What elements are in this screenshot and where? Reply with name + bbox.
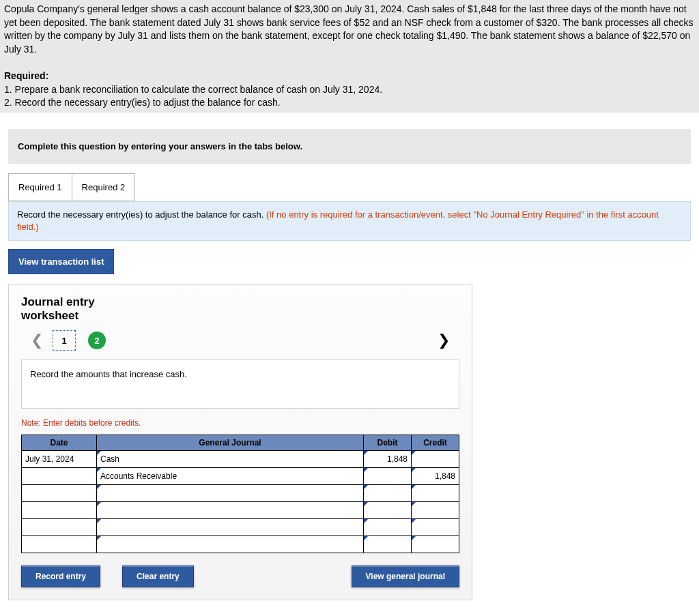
table-row [22,519,459,536]
chevron-right-icon[interactable]: ❯ [428,332,459,349]
journal-entry-worksheet: Journal entry worksheet ❮ 1 2 ❯ Record t… [8,284,472,600]
debit-cell[interactable] [364,519,412,536]
date-cell[interactable] [22,485,97,502]
debit-cell[interactable]: 1,848 [364,451,412,468]
credit-cell[interactable] [412,502,459,519]
col-date: Date [22,435,97,451]
clear-entry-button[interactable]: Clear entry [122,566,194,587]
tab-required-2[interactable]: Required 2 [72,173,136,201]
page-1[interactable]: 1 [53,330,76,351]
page-2[interactable]: 2 [88,332,106,349]
date-cell[interactable] [22,502,97,519]
col-debit: Debit [364,435,412,451]
table-row [22,536,459,553]
account-cell[interactable]: Cash [97,451,364,468]
problem-text: Copula Company's general ledger shows a … [4,3,695,56]
view-general-journal-button[interactable]: View general journal [352,566,459,587]
chevron-left-icon[interactable]: ❮ [21,332,53,349]
instruction-text: Record the necessary entry(ies) to adjus… [17,209,266,220]
credit-cell[interactable] [412,485,459,502]
credit-cell[interactable] [412,519,459,536]
required-2: 2. Record the necessary entry(ies) to ad… [4,96,695,110]
date-cell[interactable] [22,536,97,553]
tab-bar: Required 1 Required 2 [8,173,699,201]
required-label: Required: [4,70,695,83]
table-row: Accounts Receivable 1,848 [22,468,459,485]
instruction-row: Record the necessary entry(ies) to adjus… [8,201,691,241]
account-cell[interactable] [97,502,364,519]
debit-cell[interactable] [364,485,412,502]
required-1: 1. Prepare a bank reconciliation to calc… [4,83,695,97]
note-text: Note: Enter debits before credits. [21,418,459,428]
button-row: Record entry Clear entry View general jo… [21,566,459,587]
record-entry-button[interactable]: Record entry [21,566,100,587]
debit-cell[interactable] [364,536,412,553]
credit-cell[interactable] [412,451,459,468]
complete-prompt: Complete this question by entering your … [8,129,691,164]
journal-entry-table: Date General Journal Debit Credit July 3… [21,435,459,553]
col-general-journal: General Journal [97,435,364,451]
view-transaction-list-button[interactable]: View transaction list [8,249,114,274]
date-cell[interactable] [22,519,97,536]
debit-cell[interactable] [364,468,412,485]
col-credit: Credit [412,435,459,451]
table-row: July 31, 2024 Cash 1,848 [22,451,459,468]
account-cell[interactable]: Accounts Receivable [97,468,364,485]
worksheet-title: Journal entry worksheet [21,295,459,322]
table-row [22,485,459,502]
entry-prompt: Record the amounts that increase cash. [21,359,459,409]
pager: ❮ 1 2 ❯ [21,330,459,351]
account-cell[interactable] [97,519,364,536]
table-row [22,502,459,519]
credit-cell[interactable] [412,536,459,553]
date-cell[interactable] [22,468,97,485]
problem-statement: Copula Company's general ledger shows a … [0,0,699,113]
debit-cell[interactable] [364,502,412,519]
account-cell[interactable] [97,485,364,502]
tab-required-1[interactable]: Required 1 [8,173,72,201]
account-cell[interactable] [97,536,364,553]
date-cell[interactable]: July 31, 2024 [22,451,97,468]
credit-cell[interactable]: 1,848 [412,468,459,485]
